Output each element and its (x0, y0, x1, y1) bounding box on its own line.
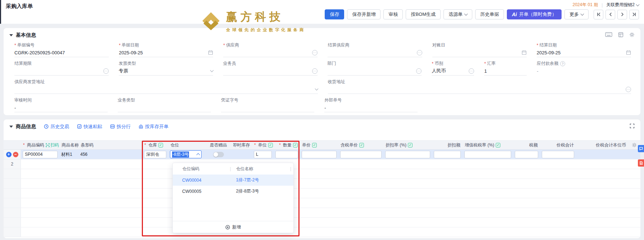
products-table: 商品编码 扫码 商品名称 条形码 仓库 仓位 是否赠品 即时库存 单位 数量 单… (4, 140, 640, 237)
discount-rate-input[interactable] (385, 151, 430, 158)
unit-input[interactable] (254, 151, 272, 158)
biz-type-value[interactable] (118, 103, 211, 112)
price-input[interactable] (302, 151, 337, 158)
cell-price-tax (338, 150, 383, 159)
table-row-empty[interactable] (4, 189, 640, 198)
ellipsis-picker-icon[interactable]: ··· (312, 50, 318, 55)
table-row-2[interactable]: 2 (4, 159, 640, 169)
nav-next-button[interactable] (617, 10, 627, 19)
first-page-icon (596, 12, 601, 17)
related-doc-dropdown[interactable]: 关联费用报销2 (606, 2, 639, 8)
accounting-period: 2024年 01 期 (572, 2, 598, 8)
cell-price (300, 150, 338, 159)
exchange-rate-value[interactable]: 1 (484, 67, 527, 76)
collapse-triangle-icon[interactable] (9, 34, 13, 36)
table-row-empty[interactable] (4, 169, 640, 179)
add-row-icon[interactable]: + (6, 152, 12, 157)
slot-selected-text: -8层-3号 (172, 151, 189, 158)
generate-by-bom-button[interactable]: 按BOM生成 (406, 9, 441, 19)
table-row-empty[interactable] (4, 208, 640, 218)
audit-button[interactable]: 审核 (383, 9, 403, 19)
doc-date-value[interactable]: 2025-09-25 (119, 48, 213, 57)
supplier-value[interactable]: ··· (223, 48, 318, 57)
quick-paste-link[interactable]: 快速粘贴 (77, 123, 102, 130)
field-doc-no: 单据编号 CGRK-20250925-00047 (14, 39, 109, 57)
vat-rate-input[interactable] (464, 151, 511, 158)
ellipsis-picker-icon[interactable]: ··· (626, 87, 631, 92)
scan-frame-icon (46, 143, 50, 147)
check-icon (496, 143, 500, 148)
slot-option-2[interactable]: CW00005 2排-8层-3号 (173, 186, 293, 197)
select-source-button[interactable]: 选源单 (443, 9, 472, 19)
price-tax-input[interactable] (340, 151, 382, 158)
ellipsis-picker-icon[interactable]: ··· (416, 68, 422, 74)
currency-value[interactable]: 人民币 ··· (432, 67, 474, 76)
scan-barcode-button[interactable]: 扫码 (46, 142, 59, 148)
gift-toggle[interactable] (213, 152, 224, 157)
ai-billing-button[interactable]: Ai开单（限时免费） (507, 9, 562, 19)
fullscreen-expand-icon[interactable] (630, 123, 635, 130)
more-button[interactable]: 更多 (564, 9, 589, 19)
slot-dropdown-header: 仓位编码| 仓位名称| (173, 163, 293, 175)
slot-option-1[interactable]: CW00004 1排-7层-2号 (173, 175, 293, 186)
tax-amt-input[interactable] (515, 151, 538, 158)
doc-no-value[interactable]: CGRK-20250925-00047 (14, 48, 109, 57)
cell-is-gift (203, 150, 233, 159)
settle-date-value[interactable]: 2025-09-25 (537, 48, 631, 57)
col-total: 价税合计 (540, 142, 576, 148)
settle-term-value[interactable]: ··· (14, 67, 109, 76)
settle-supplier-value[interactable]: ··· (328, 48, 422, 57)
table-row-empty[interactable] (4, 218, 640, 227)
slot-combo-input[interactable]: -8层-3号 (170, 150, 202, 158)
calendar-icon[interactable] (208, 50, 213, 55)
qty-input[interactable] (275, 151, 298, 158)
plus-circle-icon (225, 225, 230, 230)
calendar-icon[interactable] (626, 50, 631, 55)
code-input[interactable] (23, 151, 58, 158)
supplier-ship-address-value[interactable] (14, 85, 318, 94)
table-row-empty[interactable] (4, 227, 640, 237)
remove-row-icon[interactable]: − (13, 152, 18, 157)
nav-last-button[interactable] (629, 10, 639, 19)
ellipsis-picker-icon[interactable]: ··· (417, 50, 422, 55)
open-by-stock-link[interactable]: 按库存开单 (139, 123, 168, 130)
check-icon (293, 143, 298, 148)
discount-amt-input[interactable] (434, 151, 461, 158)
calendar-icon[interactable] (522, 50, 527, 55)
warehouse-input[interactable] (144, 151, 166, 158)
nav-first-button[interactable] (594, 10, 603, 19)
favorite-float-button[interactable] (638, 159, 644, 167)
ellipsis-picker-icon[interactable]: ··· (312, 68, 318, 74)
invoice-type-select[interactable]: 专票 (119, 67, 213, 76)
salesman-value[interactable]: ··· (223, 67, 318, 76)
field-receive-address: 收货地址 ··· (328, 76, 631, 94)
table-row-empty[interactable] (4, 198, 640, 208)
cell-barcode: 456 (78, 150, 142, 159)
add-slot-button[interactable]: 新增 (173, 221, 293, 233)
collapse-triangle-icon[interactable] (9, 126, 13, 128)
save-and-new-button[interactable]: 保存并新增 (347, 9, 380, 19)
department-value[interactable]: ··· (328, 67, 422, 76)
recon-date-value[interactable] (432, 48, 527, 57)
save-button[interactable]: 保存 (325, 9, 344, 19)
split-row-link[interactable]: 拆分行 (110, 123, 131, 130)
help-icon[interactable]: ? (560, 61, 565, 66)
layout-template-icon[interactable] (618, 32, 623, 39)
total-input[interactable] (542, 151, 574, 158)
chevron-down-icon (581, 12, 584, 16)
external-no-value: - (324, 103, 418, 112)
feedback-float-button[interactable] (638, 145, 644, 152)
ellipsis-picker-icon[interactable]: ··· (103, 68, 109, 74)
ellipsis-picker-icon[interactable]: ··· (469, 68, 474, 74)
field-voucher-no: 凭证字号 (221, 94, 314, 112)
history-docs-button[interactable]: 历史单据 (475, 9, 504, 19)
table-header-row: 商品编码 扫码 商品名称 条形码 仓库 仓位 是否赠品 即时库存 单位 数量 单… (4, 140, 640, 150)
table-row-empty[interactable] (4, 179, 640, 189)
keyboard-shortcut-icon[interactable] (605, 32, 612, 38)
receive-address-value[interactable]: ··· (328, 85, 631, 94)
col-name: 商品名称 (59, 142, 78, 148)
nav-prev-button[interactable] (605, 10, 615, 19)
history-trade-link[interactable]: 历史交易 (44, 123, 69, 130)
field-salesman: 业务员 ··· (223, 57, 318, 76)
settings-gear-icon[interactable] (629, 32, 635, 39)
